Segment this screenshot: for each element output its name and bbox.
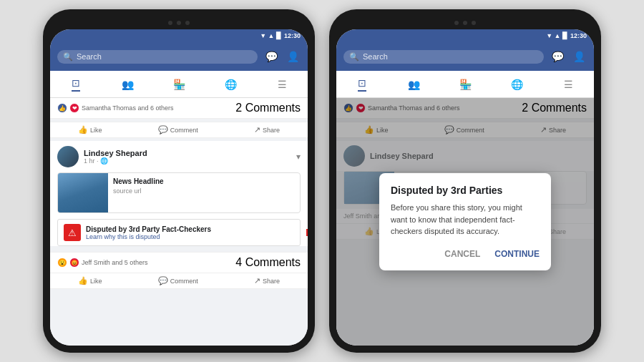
phone-screen-left: ▼ ▲ ▉ 12:30 🔍 Search 💬 👤 ⊡ 👥 🏪 🌐 [50, 29, 308, 346]
tab-friends-left[interactable]: 👥 [117, 76, 137, 93]
speaker-dot [185, 21, 190, 25]
like-icon-left: 👍 [78, 125, 88, 134]
comment-icon2-left: 💬 [158, 276, 168, 285]
post-header-left: Lindsey Shepard 1 hr · 🌐 ▾ [50, 141, 308, 172]
reactions-left: 👍 ❤ Samantha Thomas and 6 others [57, 103, 173, 113]
cancel-button[interactable]: CANCEL [444, 249, 480, 259]
like-btn2-left[interactable]: 👍 Like [78, 276, 102, 285]
signal-icons-right: ▼ ▲ ▉ [546, 32, 567, 39]
avatar-image-left [57, 146, 79, 167]
camera-dot-r1 [454, 21, 459, 25]
post-time-left: 1 hr · 🌐 [84, 157, 291, 165]
tab-menu-left[interactable]: ☰ [272, 76, 292, 93]
comment-icon-left: 💬 [158, 125, 168, 134]
tab-globe-right[interactable]: 🌐 [507, 76, 527, 93]
disputed-title-left: Disputed by 3rd Party Fact-Checkers [86, 225, 294, 233]
phone-right: ▼ ▲ ▉ 12:30 🔍 Search 💬 👤 ⊡ 👥 🏪 🌐 [329, 9, 601, 353]
reaction-bar-left: 👍 ❤ Samantha Thomas and 6 others 2 Comme… [50, 98, 308, 119]
dialog-box: Disputed by 3rd Parties Before you share… [379, 173, 551, 270]
dialog-buttons: CANCEL CONTINUE [391, 249, 540, 259]
speaker-dot-r [472, 21, 476, 25]
wow-emoji-left: 😮 [57, 258, 67, 268]
dialog-overlay: Disputed by 3rd Parties Before you share… [336, 98, 594, 346]
tab-marketplace-right[interactable]: 🏪 [455, 76, 475, 93]
home-icon-left: ⊡ [72, 77, 80, 92]
comment-label2-left: Comment [170, 278, 198, 285]
tab-bar-right: ⊡ 👥 🏪 🌐 ☰ [336, 71, 594, 98]
post-meta-left: Lindsey Shepard 1 hr · 🌐 [84, 149, 291, 165]
messenger-icon-right[interactable]: 💬 [550, 51, 565, 62]
reactions2-left: 😮 😡 Jeff Smith and 5 others [57, 258, 147, 268]
share-icon2-left: ↗ [254, 276, 260, 285]
search-bar-left[interactable]: 🔍 Search [57, 50, 258, 64]
phone-screen-right: ▼ ▲ ▉ 12:30 🔍 Search 💬 👤 ⊡ 👥 🏪 🌐 [336, 29, 594, 346]
warning-icon-left: ⚠ [64, 224, 81, 241]
menu-icon-right: ☰ [564, 79, 573, 90]
love-emoji-left: ❤ [69, 103, 79, 113]
camera-dot [168, 21, 172, 25]
post-author-left: Lindsey Shepard [84, 149, 291, 157]
friends-icon-left[interactable]: 👤 [285, 51, 301, 62]
tab-marketplace-left[interactable]: 🏪 [169, 76, 189, 93]
phone-top-bar-right [336, 16, 594, 29]
tab-friends-right[interactable]: 👥 [404, 76, 424, 93]
disputed-sub-left: Learn why this is disputed [86, 233, 294, 240]
reactions-text-left: Samantha Thomas and 6 others [82, 104, 173, 112]
feed-left: 👍 ❤ Samantha Thomas and 6 others 2 Comme… [50, 98, 308, 346]
comment-btn-left[interactable]: 💬 Comment [158, 125, 198, 134]
comment-btn2-left[interactable]: 💬 Comment [158, 276, 198, 285]
status-bar-right: ▼ ▲ ▉ 12:30 [336, 29, 594, 42]
avatar-left [57, 146, 79, 167]
search-text-right: Search [363, 52, 388, 61]
svg-rect-0 [306, 229, 308, 236]
time-left: 12:30 [284, 32, 301, 39]
tab-home-left[interactable]: ⊡ [66, 76, 86, 93]
home-icon-right: ⊡ [358, 77, 366, 92]
share-btn2-left[interactable]: ↗ Share [254, 276, 280, 285]
search-icon-right: 🔍 [349, 52, 359, 62]
phone-top-bar-left [50, 16, 308, 29]
marketplace-icon-left: 🏪 [173, 79, 185, 90]
tab-globe-left[interactable]: 🌐 [220, 76, 240, 93]
menu-icon-left: ☰ [278, 79, 287, 90]
search-text-left: Search [77, 52, 102, 61]
tab-menu-right[interactable]: ☰ [558, 76, 578, 93]
friends-icon-right[interactable]: 👤 [571, 51, 587, 62]
signal-icons: ▼ ▲ ▉ [260, 32, 281, 39]
dialog-body: Before you share this story, you might w… [391, 202, 540, 238]
link-info-left: News Headline source url [108, 173, 300, 212]
post-card-left: Lindsey Shepard 1 hr · 🌐 ▾ News Headline… [50, 141, 308, 246]
reactions2-text-left: Jeff Smith and 5 others [82, 259, 147, 266]
globe-icon-left: 🌐 [225, 79, 237, 90]
share-btn-left[interactable]: ↗ Share [254, 125, 280, 134]
messenger-icon-left[interactable]: 💬 [263, 51, 279, 62]
like-icon2-left: 👍 [78, 276, 88, 285]
marketplace-icon-right: 🏪 [459, 79, 472, 90]
time-right: 12:30 [570, 32, 587, 39]
like-label-left: Like [90, 127, 102, 134]
comments-count-left: 2 Comments [235, 102, 301, 114]
like-label2-left: Like [90, 278, 102, 285]
fb-navbar-right: 🔍 Search 💬 👤 [336, 42, 594, 71]
friends-tab-icon-right: 👥 [408, 79, 420, 90]
phone-left: ▼ ▲ ▉ 12:30 🔍 Search 💬 👤 ⊡ 👥 🏪 🌐 [43, 9, 315, 353]
continue-button[interactable]: CONTINUE [494, 249, 540, 259]
camera-dot-r2 [463, 21, 467, 25]
disputed-text-left: Disputed by 3rd Party Fact-Checkers Lear… [86, 225, 294, 240]
chevron-down-icon-left[interactable]: ▾ [296, 152, 301, 162]
tab-home-right[interactable]: ⊡ [352, 76, 372, 93]
disputed-container-left: ⚠ Disputed by 3rd Party Fact-Checkers Le… [50, 219, 308, 246]
friends-tab-icon-left: 👥 [122, 79, 134, 90]
comments2-count-left: 4 Comments [235, 256, 301, 269]
camera-dot2 [177, 21, 181, 25]
shared-link-left[interactable]: News Headline source url [57, 172, 301, 213]
search-icon-left: 🔍 [63, 52, 73, 62]
disputed-banner-left[interactable]: ⚠ Disputed by 3rd Party Fact-Checkers Le… [57, 219, 301, 246]
action-bar-top-left: 👍 Like 💬 Comment ↗ Share [50, 122, 308, 138]
search-bar-right[interactable]: 🔍 Search [343, 50, 544, 64]
status-bar-left: ▼ ▲ ▉ 12:30 [50, 29, 308, 42]
share-icon-left: ↗ [254, 125, 260, 134]
share-label-left: Share [263, 127, 280, 134]
link-headline-left: News Headline [113, 177, 295, 186]
like-btn-left[interactable]: 👍 Like [78, 125, 102, 134]
